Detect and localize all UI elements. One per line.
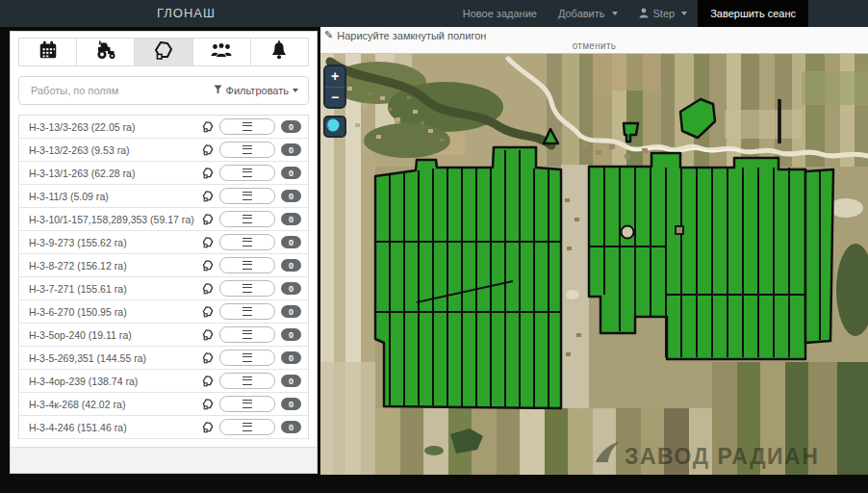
show-polygon-button[interactable] bbox=[201, 305, 215, 318]
row-menu-button[interactable] bbox=[219, 257, 275, 273]
row-menu-button[interactable] bbox=[219, 142, 275, 158]
search-input[interactable] bbox=[29, 84, 214, 97]
chevron-down-icon bbox=[612, 12, 618, 15]
field-row[interactable]: Н-3-6-270 (150.95 га) 0 bbox=[19, 300, 308, 324]
field-row[interactable]: Н-3-13/3-263 (22.05 га) 0 bbox=[19, 116, 308, 139]
row-menu-button[interactable] bbox=[219, 373, 275, 389]
field-label: Н-3-11/3 (5.09 га) bbox=[29, 191, 201, 202]
tasks-count-badge: 0 bbox=[281, 305, 301, 318]
row-menu-button[interactable] bbox=[219, 396, 275, 412]
field-row[interactable]: Н-3-5-269,351 (144.55 га) 0 bbox=[19, 347, 308, 370]
map-zoom-control: + − bbox=[323, 65, 346, 109]
field-label: Н-3-8-272 (156.12 га) bbox=[29, 260, 201, 272]
field-label: Н-3-5-269,351 (144.55 га) bbox=[29, 352, 201, 364]
watermark-text: ЗАВОД РАДИАН bbox=[625, 444, 819, 469]
row-menu-button[interactable] bbox=[219, 211, 275, 227]
tasks-count-badge: 0 bbox=[281, 328, 301, 341]
row-menu-button[interactable] bbox=[219, 419, 275, 435]
cancel-draw-button[interactable]: отменить bbox=[320, 40, 868, 51]
row-menu-button[interactable] bbox=[219, 188, 275, 204]
tab-calendar[interactable] bbox=[19, 39, 77, 65]
user-icon bbox=[639, 8, 649, 20]
watermark: ЗАВОД РАДИАН bbox=[596, 442, 819, 469]
polygon-icon bbox=[152, 39, 175, 65]
sidebar-tabbar bbox=[18, 38, 309, 66]
chevron-down-icon bbox=[293, 89, 298, 92]
tasks-count-badge: 0 bbox=[281, 236, 301, 248]
show-polygon-button[interactable] bbox=[201, 213, 215, 225]
map-panel: ✎ Нарисуйте замкнутый полигон отменить bbox=[320, 27, 868, 474]
show-polygon-button[interactable] bbox=[201, 259, 215, 272]
app-brand: ГЛОНАШ bbox=[157, 0, 216, 27]
show-polygon-button[interactable] bbox=[201, 351, 215, 364]
tab-people[interactable] bbox=[193, 39, 251, 65]
hamburger-icon bbox=[243, 353, 252, 362]
show-polygon-button[interactable] bbox=[201, 120, 215, 133]
field-row[interactable]: Н-3-9-273 (155.62 га) 0 bbox=[19, 231, 308, 254]
show-polygon-button[interactable] bbox=[201, 236, 215, 248]
show-polygon-button[interactable] bbox=[201, 167, 215, 179]
sidebar-panel: Фильтровать Н-3-13/3-263 (22.05 га) 0 bbox=[10, 31, 318, 474]
field-label: Н-3-7-271 (155.61 га) bbox=[29, 283, 201, 295]
tasks-count-badge: 0 bbox=[281, 259, 301, 272]
draw-polygon-tool[interactable] bbox=[323, 116, 346, 138]
hamburger-icon bbox=[243, 122, 252, 131]
tab-machinery[interactable] bbox=[77, 39, 135, 65]
show-polygon-button[interactable] bbox=[201, 421, 215, 433]
field-row[interactable]: Н-3-4к-268 (42.02 га) 0 bbox=[19, 393, 308, 416]
map-canvas[interactable]: ЗАВОД РАДИАН bbox=[320, 54, 868, 475]
row-menu-button[interactable] bbox=[219, 234, 275, 250]
navbar-menu: Новое задание Добавить Step Завершить се… bbox=[452, 0, 808, 27]
zoom-out-button[interactable]: − bbox=[325, 88, 345, 108]
user-dropdown[interactable]: Step bbox=[628, 0, 699, 27]
tab-notifications[interactable] bbox=[251, 39, 308, 65]
filter-button[interactable]: Фильтровать bbox=[214, 85, 298, 96]
hamburger-icon bbox=[243, 215, 252, 223]
calendar-icon bbox=[38, 39, 59, 65]
field-label: Н-3-4ор-239 (138.74 га) bbox=[29, 376, 201, 387]
hamburger-icon bbox=[243, 261, 252, 270]
show-polygon-button[interactable] bbox=[201, 190, 215, 202]
field-row[interactable]: Н-3-5ор-240 (19.11 га) 0 bbox=[19, 324, 308, 347]
show-polygon-button[interactable] bbox=[201, 375, 215, 387]
tasks-count-badge: 0 bbox=[281, 421, 301, 433]
tasks-count-badge: 0 bbox=[281, 351, 301, 364]
field-label: Н-3-5ор-240 (19.11 га) bbox=[29, 329, 201, 341]
show-polygon-button[interactable] bbox=[201, 328, 215, 341]
tab-fields[interactable] bbox=[135, 39, 192, 65]
hamburger-icon bbox=[243, 423, 252, 431]
field-list: Н-3-13/3-263 (22.05 га) 0 Н-3-13/2-263 (… bbox=[18, 115, 309, 439]
search-panel: Фильтровать bbox=[18, 76, 309, 105]
field-row[interactable]: Н-3-10/1-157,158,289,353 (59.17 га) 0 bbox=[19, 208, 308, 231]
hamburger-icon bbox=[243, 330, 252, 339]
new-task-button[interactable]: Новое задание bbox=[452, 0, 548, 27]
row-menu-button[interactable] bbox=[219, 350, 275, 366]
tasks-count-badge: 0 bbox=[281, 213, 301, 225]
satellite-map[interactable]: ЗАВОД РАДИАН + − bbox=[320, 54, 868, 475]
hamburger-icon bbox=[243, 307, 252, 316]
show-polygon-button[interactable] bbox=[201, 282, 215, 295]
row-menu-button[interactable] bbox=[219, 280, 275, 297]
hamburger-icon bbox=[243, 284, 252, 293]
field-row[interactable]: Н-3-8-272 (156.12 га) 0 bbox=[19, 254, 308, 277]
tractor-icon bbox=[94, 39, 117, 65]
field-label: Н-3-13/1-263 (62.28 га) bbox=[29, 168, 201, 179]
field-row[interactable]: Н-3-4-246 (151.46 га) 0 bbox=[19, 416, 308, 439]
field-row[interactable]: Н-3-13/2-263 (9.53 га) 0 bbox=[19, 139, 308, 162]
end-session-button[interactable]: Завершить сеанс bbox=[698, 0, 808, 27]
field-row[interactable]: Н-3-4ор-239 (138.74 га) 0 bbox=[19, 370, 308, 393]
row-menu-button[interactable] bbox=[219, 303, 275, 320]
field-row[interactable]: Н-3-13/1-263 (62.28 га) 0 bbox=[19, 162, 308, 185]
field-row[interactable]: Н-3-7-271 (155.61 га) 0 bbox=[19, 277, 308, 300]
add-dropdown[interactable]: Добавить bbox=[548, 0, 628, 27]
row-menu-button[interactable] bbox=[219, 326, 275, 343]
show-polygon-button[interactable] bbox=[201, 398, 215, 410]
field-row[interactable]: Н-3-11/3 (5.09 га) 0 bbox=[19, 185, 308, 208]
show-polygon-button[interactable] bbox=[201, 143, 215, 156]
row-menu-button[interactable] bbox=[219, 165, 275, 181]
row-menu-button[interactable] bbox=[219, 118, 275, 135]
tasks-count-badge: 0 bbox=[281, 398, 301, 410]
users-icon bbox=[210, 39, 233, 65]
field-label: Н-3-4к-268 (42.02 га) bbox=[29, 399, 201, 410]
zoom-in-button[interactable]: + bbox=[325, 66, 345, 88]
